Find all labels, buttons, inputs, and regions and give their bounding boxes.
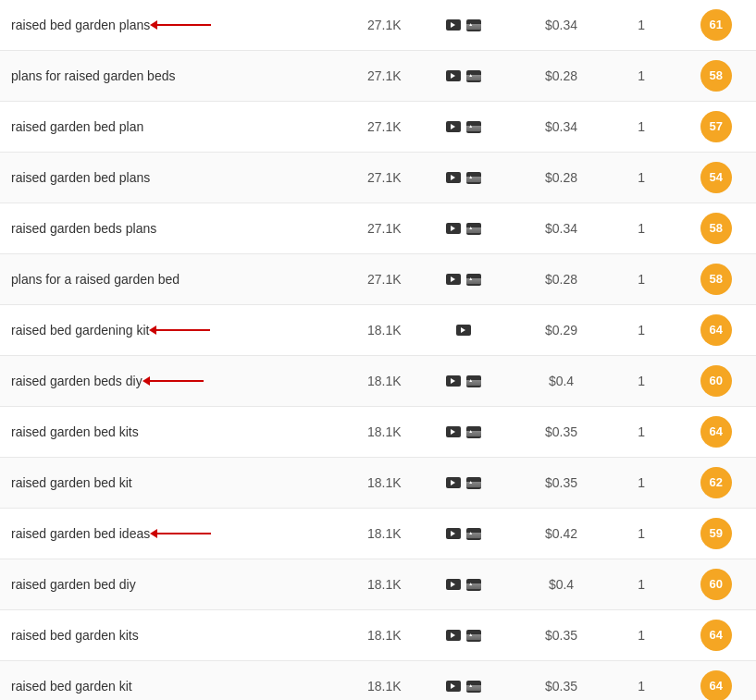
volume-cell: 18.1K <box>321 509 413 559</box>
video-icon <box>446 172 461 183</box>
volume-cell: 18.1K <box>321 356 413 407</box>
score-cell: 58 <box>675 203 756 254</box>
cpc-cell: $0.35 <box>515 407 607 458</box>
competition-cell: 1 <box>607 356 675 407</box>
score-cell: 57 <box>675 102 756 153</box>
keyword-cell: raised garden beds plans <box>0 203 321 254</box>
score-badge: 59 <box>700 518 732 549</box>
competition-cell: 1 <box>607 153 675 203</box>
icons-cell <box>413 458 515 509</box>
image-icon <box>466 579 481 591</box>
score-cell: 64 <box>675 610 756 661</box>
competition-cell: 1 <box>607 407 675 458</box>
table-row[interactable]: raised bed gardening kit 18.1K$0.29164 <box>0 305 756 356</box>
table-row[interactable]: raised bed garden kits 18.1K$0.35164 <box>0 610 756 661</box>
keyword-text: plans for raised garden beds <box>11 68 175 83</box>
cpc-cell: $0.29 <box>515 305 607 356</box>
competition-cell: 1 <box>607 458 675 509</box>
keyword-text: raised garden beds diy <box>11 374 143 388</box>
icons-cell <box>413 509 515 559</box>
video-icon <box>446 579 461 590</box>
image-icon <box>466 630 481 642</box>
cpc-cell: $0.4 <box>515 356 607 407</box>
icons-cell <box>413 0 515 51</box>
table-row[interactable]: raised garden bed plan 27.1K$0.34157 <box>0 102 756 153</box>
image-icon <box>466 19 481 31</box>
keyword-text: raised garden bed diy <box>11 577 136 592</box>
icons-cell <box>413 356 515 407</box>
image-icon <box>466 172 481 184</box>
video-icon <box>446 477 461 488</box>
icons-cell <box>413 102 515 153</box>
keyword-text: raised garden bed kit <box>11 475 132 490</box>
competition-cell: 1 <box>607 305 675 356</box>
keyword-cell: raised bed garden plans <box>0 0 321 51</box>
volume-cell: 18.1K <box>321 305 413 356</box>
score-cell: 64 <box>675 661 756 701</box>
score-badge: 58 <box>700 264 732 295</box>
table-row[interactable]: raised garden beds plans 27.1K$0.34158 <box>0 203 756 254</box>
keyword-text: raised garden bed ideas <box>11 526 150 541</box>
score-cell: 60 <box>675 559 756 610</box>
icons-cell <box>413 610 515 661</box>
keyword-cell: raised garden bed diy <box>0 559 321 610</box>
table-row[interactable]: raised garden bed ideas 18.1K$0.42159 <box>0 509 756 559</box>
table-row[interactable]: raised garden bed diy 18.1K$0.4160 <box>0 559 756 610</box>
keyword-text: raised garden bed plan <box>11 119 143 134</box>
table-row[interactable]: plans for a raised garden bed 27.1K$0.28… <box>0 254 756 305</box>
keyword-text: raised bed garden kit <box>11 679 132 694</box>
volume-cell: 27.1K <box>321 102 413 153</box>
score-cell: 61 <box>675 0 756 51</box>
arrow-indicator <box>155 24 211 26</box>
score-badge: 64 <box>700 314 732 346</box>
score-cell: 59 <box>675 509 756 559</box>
image-icon <box>466 375 481 387</box>
table-row[interactable]: raised garden bed plans 27.1K$0.28154 <box>0 153 756 203</box>
keywords-table: raised bed garden plans 27.1K$0.34161 pl… <box>0 0 756 700</box>
score-cell: 60 <box>675 356 756 407</box>
video-icon <box>446 70 461 81</box>
competition-cell: 1 <box>607 559 675 610</box>
table-row[interactable]: raised garden bed kit 18.1K$0.35162 <box>0 458 756 509</box>
score-badge: 60 <box>700 365 732 397</box>
video-icon <box>446 274 461 285</box>
icons-cell <box>413 254 515 305</box>
volume-cell: 27.1K <box>321 0 413 51</box>
cpc-cell: $0.34 <box>515 0 607 51</box>
volume-cell: 27.1K <box>321 51 413 102</box>
table-row[interactable]: raised garden bed kits 18.1K$0.35164 <box>0 407 756 458</box>
arrow-indicator <box>148 380 204 382</box>
keyword-text: raised garden beds plans <box>11 221 156 236</box>
image-icon <box>466 223 481 235</box>
table-row[interactable]: raised bed garden kit 18.1K$0.35164 <box>0 661 756 701</box>
table-row[interactable]: raised bed garden plans 27.1K$0.34161 <box>0 0 756 51</box>
cpc-cell: $0.35 <box>515 458 607 509</box>
image-icon <box>466 70 481 82</box>
score-cell: 58 <box>675 51 756 102</box>
table-row[interactable]: plans for raised garden beds 27.1K$0.281… <box>0 51 756 102</box>
cpc-cell: $0.35 <box>515 661 607 701</box>
image-icon <box>466 274 481 286</box>
competition-cell: 1 <box>607 51 675 102</box>
table-row[interactable]: raised garden beds diy 18.1K$0.4160 <box>0 356 756 407</box>
keyword-cell: raised garden bed kit <box>0 458 321 509</box>
keyword-text: raised garden bed plans <box>11 170 150 185</box>
icons-cell <box>413 559 515 610</box>
cpc-cell: $0.42 <box>515 509 607 559</box>
keyword-cell: raised garden bed plan <box>0 102 321 153</box>
competition-cell: 1 <box>607 610 675 661</box>
competition-cell: 1 <box>607 203 675 254</box>
score-badge: 64 <box>700 620 732 651</box>
volume-cell: 18.1K <box>321 610 413 661</box>
cpc-cell: $0.28 <box>515 153 607 203</box>
keyword-text: raised bed gardening kit <box>11 323 149 338</box>
video-icon <box>446 528 461 539</box>
volume-cell: 18.1K <box>321 661 413 701</box>
keyword-cell: raised garden bed kits <box>0 407 321 458</box>
score-badge: 64 <box>700 670 732 700</box>
volume-cell: 27.1K <box>321 254 413 305</box>
score-badge: 54 <box>700 162 732 193</box>
score-cell: 58 <box>675 254 756 305</box>
image-icon <box>466 528 481 540</box>
video-icon <box>446 121 461 132</box>
